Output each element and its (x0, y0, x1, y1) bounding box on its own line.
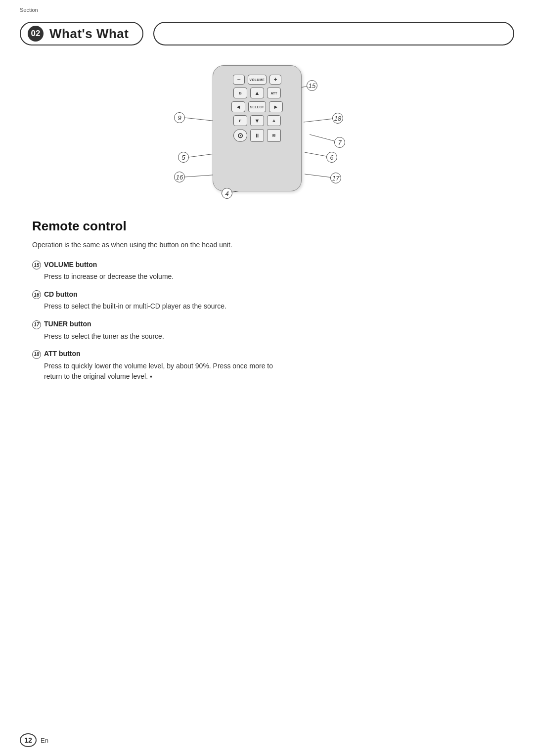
item-desc-18: Press to quickly lower the volume level,… (32, 361, 289, 382)
left-btn[interactable]: ◄ (231, 101, 245, 112)
item-block-17: 17 TUNER button Press to select the tune… (32, 320, 502, 342)
vol-label-btn: VOLUME (248, 75, 267, 85)
section-number: 02 (28, 26, 44, 42)
callout-18: 18 (332, 113, 343, 124)
callout-9: 9 (174, 112, 185, 123)
item-desc-16: Press to select the built-in or multi-CD… (32, 301, 289, 312)
footer-language: En (41, 737, 48, 744)
remote-diagram: − VOLUME + B ▲ ATT ◄ SELECT ► F ▼ A (163, 55, 371, 209)
section-pill: 02 What's What (20, 22, 143, 45)
callout-17: 17 (330, 173, 341, 183)
section-label: Section (20, 7, 38, 13)
right-btn[interactable]: ► (269, 101, 283, 112)
remote-row-nav2: ◄ SELECT ► (220, 101, 294, 112)
item-num-15: 15 (32, 261, 41, 269)
item-num-18: 18 (32, 350, 41, 359)
up-btn[interactable]: ▲ (250, 88, 264, 98)
item-heading-16: 16 CD button (32, 290, 502, 300)
item-block-15: 15 VOLUME button Press to increase or de… (32, 261, 502, 282)
vol-plus-btn[interactable]: + (269, 75, 281, 85)
a-btn[interactable]: A (267, 115, 281, 126)
remote-row-nav3: F ▼ A (220, 115, 294, 126)
page-section-title: Remote control (32, 219, 502, 234)
footer: 12 En (20, 733, 48, 747)
remote-row-src: ⊙ ⏸ ≋ (220, 129, 294, 142)
cd-btn[interactable]: ⊙ (233, 129, 247, 142)
item-title-16: CD button (44, 290, 78, 298)
item-heading-17: 17 TUNER button (32, 320, 502, 329)
item-title-18: ATT button (44, 350, 81, 357)
content-area: Remote control Operation is the same as … (0, 214, 534, 410)
callout-16: 16 (174, 172, 185, 182)
remote-body: − VOLUME + B ▲ ATT ◄ SELECT ► F ▼ A (213, 65, 302, 191)
callout-7: 7 (334, 137, 345, 148)
diagram-area: − VOLUME + B ▲ ATT ◄ SELECT ► F ▼ A (0, 45, 534, 214)
item-heading-15: 15 VOLUME button (32, 261, 502, 270)
section-title: What's What (49, 26, 129, 42)
item-heading-18: 18 ATT button (32, 350, 502, 359)
page-number: 12 (20, 733, 37, 747)
intro-text: Operation is the same as when using the … (32, 240, 240, 251)
callout-6: 6 (326, 152, 337, 163)
item-block-16: 16 CD button Press to select the built-i… (32, 290, 502, 312)
b-btn[interactable]: B (233, 88, 247, 98)
vol-minus-btn[interactable]: − (233, 75, 245, 85)
remote-row-nav1: B ▲ ATT (220, 88, 294, 98)
item-desc-15: Press to increase or decrease the volume… (32, 271, 289, 282)
item-block-18: 18 ATT button Press to quickly lower the… (32, 350, 502, 382)
header: 02 What's What (0, 0, 534, 45)
tuner-btn[interactable]: ≋ (267, 129, 281, 142)
callout-5: 5 (178, 152, 189, 163)
item-num-17: 17 (32, 320, 41, 329)
down-btn[interactable]: ▼ (250, 115, 264, 126)
callout-4: 4 (222, 188, 232, 199)
pause-btn[interactable]: ⏸ (250, 129, 264, 142)
att-btn[interactable]: ATT (267, 88, 281, 98)
header-right-box (153, 22, 514, 45)
item-num-16: 16 (32, 290, 41, 299)
item-desc-17: Press to select the tuner as the source. (32, 331, 289, 342)
remote-row-volume: − VOLUME + (220, 75, 294, 85)
item-title-17: TUNER button (44, 320, 91, 328)
f-btn[interactable]: F (233, 115, 247, 126)
item-title-15: VOLUME button (44, 261, 97, 268)
select-btn[interactable]: SELECT (248, 101, 266, 112)
callout-15: 15 (307, 80, 317, 91)
